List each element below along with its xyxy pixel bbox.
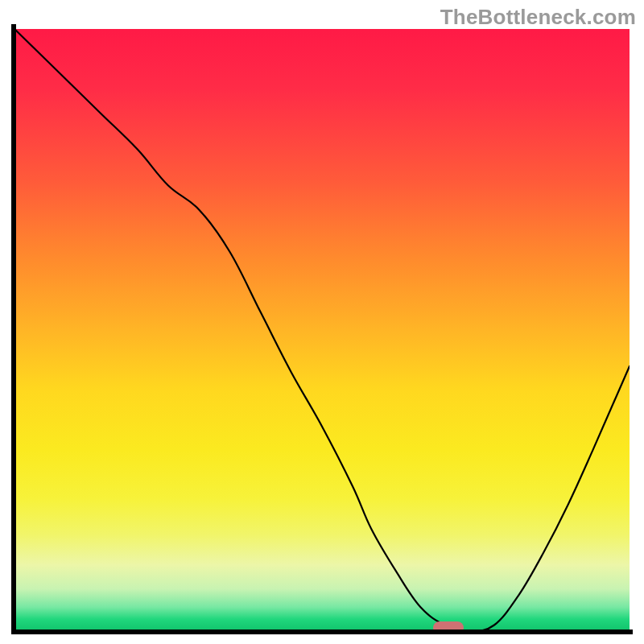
y-axis [11, 24, 16, 634]
x-axis [11, 630, 633, 634]
chart-container: TheBottleneck.com [0, 0, 644, 644]
bottleneck-curve-path [14, 29, 630, 631]
bottleneck-curve [14, 29, 630, 631]
watermark-text: TheBottleneck.com [440, 5, 636, 30]
